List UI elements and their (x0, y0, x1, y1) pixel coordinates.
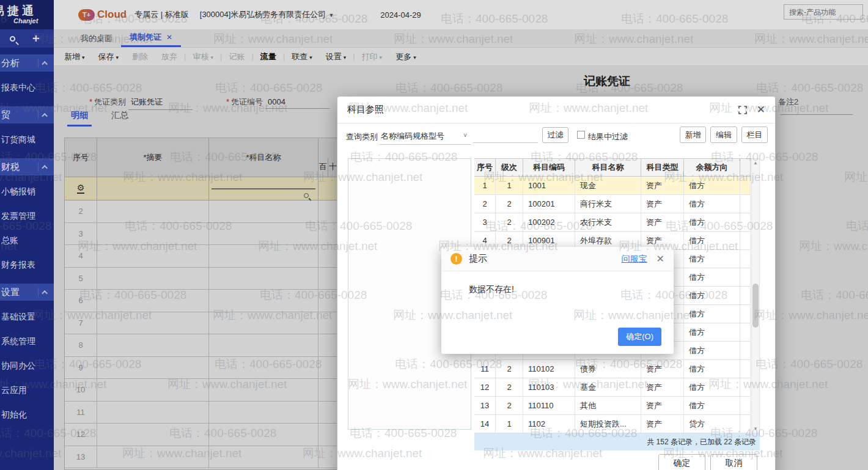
account-cell: 借方 (684, 360, 740, 378)
column-header: 科目类型 (641, 159, 684, 176)
close-icon[interactable]: ✕ (657, 253, 664, 265)
account-cell: 借方 (684, 342, 740, 359)
close-icon[interactable]: ✕ (757, 105, 765, 115)
account-cell: 资产 (641, 415, 684, 433)
account-cell: 贷方 (684, 415, 740, 433)
scroll-down-icon[interactable]: ▼ (752, 426, 759, 431)
filter-in-results-checkbox[interactable] (577, 131, 585, 139)
account-cell: 14 (474, 415, 496, 433)
account-cell: 借方 (684, 232, 740, 249)
account-cell (740, 397, 751, 414)
add-account-button[interactable]: 新增 (680, 127, 706, 143)
query-type-select[interactable]: 名称编码规格型号˅ (380, 128, 471, 145)
account-cell: 2 (496, 378, 523, 396)
query-type-label: 查询类别 (346, 131, 378, 142)
account-cell: 借方 (684, 195, 740, 213)
account-cell: 2 (496, 195, 523, 213)
account-cell: 1102 (523, 415, 575, 433)
column-header: 余额方向 (684, 159, 740, 176)
account-cell (740, 213, 751, 231)
account-cell: 现金 (575, 177, 641, 194)
account-cell (740, 323, 751, 341)
account-cell: 100202 (523, 213, 575, 231)
modal-actions: 确定 取消 (658, 454, 757, 470)
account-cell: 110102 (523, 360, 575, 378)
account-cell: 2 (496, 397, 523, 414)
account-cell: 资产 (641, 378, 684, 396)
account-cell: 110110 (523, 397, 575, 414)
account-row[interactable]: 22100201商行米支资产借方 (474, 195, 751, 213)
account-row[interactable]: 112110102债券资产借方 (474, 360, 751, 378)
account-cell: 其他 (575, 397, 641, 414)
column-header: 科目编码 (523, 159, 575, 176)
alert-dialog: ! 提示 问服宝 ✕ 数据不存在! 确定(O) (441, 247, 674, 354)
modal-title: 科目参照 (347, 104, 384, 116)
account-row[interactable]: 111001现金资产借方 (474, 177, 751, 195)
filter-in-results-label: 结果中过滤 (588, 131, 628, 142)
help-link[interactable]: 问服宝 (622, 254, 647, 265)
record-count-info: 共 152 条记录，已加载 22 条记录 (474, 433, 760, 450)
modal-header: 科目参照 ✕ (337, 97, 775, 123)
account-cell: 农行米支 (575, 213, 641, 231)
account-cell (740, 287, 751, 304)
account-cell (740, 360, 751, 378)
account-cell: 100201 (523, 195, 575, 213)
alert-title: 提示 (469, 253, 487, 265)
account-cell: 资产 (641, 177, 684, 194)
filter-button[interactable]: 过滤 (542, 127, 568, 143)
account-cell: 基金 (575, 378, 641, 396)
account-cell (740, 305, 751, 323)
account-cell (740, 250, 751, 268)
cancel-button[interactable]: 取消 (710, 454, 757, 470)
account-cell: 商行米支 (575, 195, 641, 213)
ok-button[interactable]: 确定 (658, 454, 705, 470)
scrollbar-thumb[interactable] (752, 284, 759, 328)
chevron-down-icon: ˅ (463, 132, 467, 139)
account-row[interactable]: 1411102短期投资跌...资产贷方 (474, 415, 751, 433)
account-cell: 债券 (575, 360, 641, 378)
alert-ok-button[interactable]: 确定(O) (618, 328, 661, 346)
account-cell (740, 177, 751, 194)
account-cell: 借方 (684, 213, 740, 231)
warning-icon: ! (451, 253, 462, 265)
maximize-icon[interactable] (738, 106, 747, 114)
account-row[interactable]: 132110110其他资产借方 (474, 397, 751, 415)
account-cell (740, 232, 751, 249)
account-cell: 1 (496, 415, 523, 433)
account-cell (740, 268, 751, 286)
columns-button[interactable]: 栏目 (741, 127, 768, 143)
account-cell (740, 378, 751, 396)
account-row[interactable]: 122110103基金资产借方 (474, 378, 751, 397)
account-cell: 借方 (684, 250, 740, 268)
account-cell: 11 (474, 360, 496, 378)
account-cell: 1 (496, 177, 523, 194)
scroll-up-icon[interactable]: ▲ (752, 160, 759, 166)
account-cell (740, 342, 751, 359)
query-bar: 查询类别 名称编码规格型号˅ 过滤 结果中过滤 新增 编辑 栏目 (337, 126, 775, 148)
account-cell: 12 (474, 378, 496, 396)
account-cell: 1 (474, 177, 496, 194)
account-row[interactable]: 32100202农行米支资产借方 (474, 213, 751, 232)
account-cell: 短期投资跌... (575, 415, 641, 433)
account-cell: 资产 (641, 195, 684, 213)
account-cell: 2 (496, 360, 523, 378)
alert-header: ! 提示 问服宝 ✕ (441, 247, 674, 271)
account-cell: 2 (496, 213, 523, 231)
column-header: 序号 (474, 159, 496, 176)
column-header: 级次 (496, 159, 523, 176)
account-cell: 借方 (684, 305, 740, 323)
account-cell: 借方 (684, 323, 740, 341)
alert-message: 数据不存在! (441, 271, 674, 295)
account-cell: 借方 (684, 177, 740, 194)
account-cell (740, 195, 751, 213)
account-cell: 1001 (523, 177, 575, 194)
account-cell: 110103 (523, 378, 575, 396)
account-cell: 借方 (684, 268, 740, 286)
account-cell: 借方 (684, 287, 740, 304)
account-table-header: 序号级次科目编码科目名称科目类型余额方向 (474, 158, 751, 177)
account-cell: 借方 (684, 397, 740, 414)
filter-keyword-input[interactable] (473, 128, 538, 143)
edit-account-button[interactable]: 编辑 (710, 127, 737, 143)
table-scrollbar[interactable]: ▲ ▼ (751, 158, 760, 433)
account-cell: 3 (474, 213, 496, 231)
